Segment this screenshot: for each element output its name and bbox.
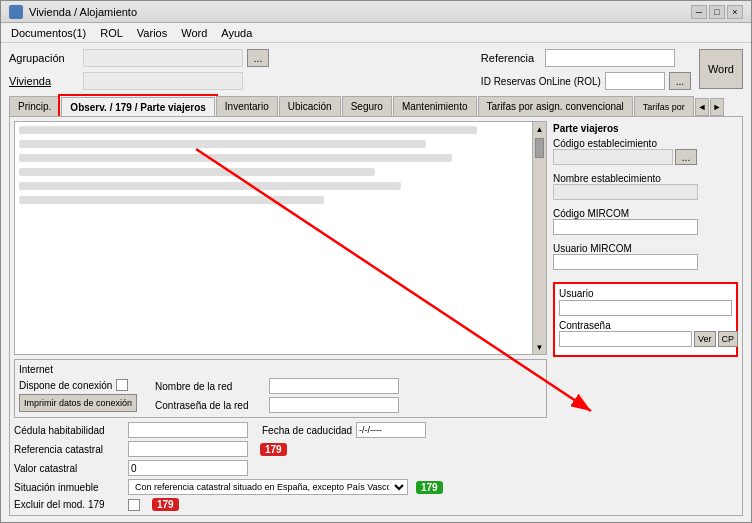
rol-input[interactable] (605, 72, 665, 90)
title-bar-left: Vivienda / Alojamiento (9, 5, 137, 19)
tab-tarifas[interactable]: Tarifas por (634, 96, 694, 116)
rol-label: ID Reservas OnLine (ROL) (481, 76, 601, 87)
usuario-field: Usuario (559, 288, 732, 316)
nombre-red-input[interactable] (269, 378, 399, 394)
tab-content: ▲ ▼ Internet Dispone de conexión (9, 116, 743, 516)
nombre-red-row: Nombre de la red (155, 378, 399, 394)
internet-row: Dispone de conexión Imprimir datos de co… (19, 378, 542, 413)
fecha-input[interactable]: -/-/---- (356, 422, 426, 438)
codigo-field: Código establecimiento ... (553, 138, 738, 165)
badge-179-ref: 179 (260, 443, 287, 456)
rol-dots-btn[interactable]: ... (669, 72, 691, 90)
usuario-mircom-input[interactable] (553, 254, 698, 270)
bottom-fields: Cédula habitabilidad Fecha de caducidad … (14, 422, 547, 511)
ver-btn[interactable]: Ver (694, 331, 716, 347)
excluir-checkbox[interactable] (128, 499, 140, 511)
vivienda-input[interactable] (83, 72, 243, 90)
main-window: Vivienda / Alojamiento ─ □ × Documentos(… (0, 0, 752, 523)
codigo-label: Código establecimiento (553, 138, 738, 149)
title-bar: Vivienda / Alojamiento ─ □ × (1, 1, 751, 23)
tab-seguro[interactable]: Seguro (342, 96, 392, 116)
ref-catastral-row: Referencia catastral 179 (14, 441, 547, 457)
referencia-row: Referencia (481, 49, 691, 67)
situacion-select[interactable]: Con referencia catastral situado en Espa… (128, 479, 408, 495)
tab-prev-btn[interactable]: ◄ (695, 98, 709, 116)
usuario-mircom-label: Usuario MIRCOM (553, 243, 738, 254)
menu-rol[interactable]: ROL (94, 26, 129, 40)
scroll-down-btn[interactable]: ▼ (533, 340, 546, 354)
codigo-input[interactable] (553, 149, 673, 165)
minimize-button[interactable]: ─ (691, 5, 707, 19)
agrupacion-label: Agrupación (9, 52, 79, 64)
internet-group-title: Internet (19, 364, 542, 375)
usuario-input[interactable] (559, 300, 732, 316)
ref-catastral-label: Referencia catastral (14, 444, 124, 455)
scroll-up-btn[interactable]: ▲ (533, 122, 546, 136)
menu-varios[interactable]: Varios (131, 26, 173, 40)
cedula-input[interactable] (128, 422, 248, 438)
valor-catastral-row: Valor catastral 0 (14, 460, 547, 476)
internet-group: Internet Dispone de conexión Imprimir da… (14, 359, 547, 418)
situacion-label: Situación inmueble (14, 482, 124, 493)
codigo-mircom-input[interactable] (553, 219, 698, 235)
cedula-row: Cédula habitabilidad Fecha de caducidad … (14, 422, 547, 438)
vivienda-row: Vivienda (9, 72, 461, 90)
notes-textarea[interactable]: ▲ ▼ (14, 121, 547, 355)
codigo-dots-btn[interactable]: ... (675, 149, 697, 165)
excluir-label: Excluir del mod. 179 (14, 499, 124, 510)
window-title: Vivienda / Alojamiento (29, 6, 137, 18)
badge-179-situacion: 179 (416, 481, 443, 494)
dispone-label: Dispone de conexión (19, 380, 112, 391)
codigo-mircom-field: Código MIRCOM (553, 208, 738, 235)
imprimir-btn[interactable]: Imprimir datos de conexión (19, 394, 137, 412)
agrupacion-row: Agrupación ... (9, 49, 461, 67)
menu-ayuda[interactable]: Ayuda (215, 26, 258, 40)
tabs-area: Princip. Observ. / 179 / Parte viajeros … (9, 96, 743, 516)
scrollbar-thumb[interactable] (535, 138, 544, 158)
contrasena-label: Contraseña (559, 320, 732, 331)
word-button[interactable]: Word (699, 49, 743, 89)
agrupacion-dots-btn[interactable]: ... (247, 49, 269, 67)
referencia-input[interactable] (545, 49, 675, 67)
tab-ubicacion[interactable]: Ubicación (279, 96, 341, 116)
dispone-checkbox[interactable] (116, 379, 128, 391)
ref-catastral-input[interactable] (128, 441, 248, 457)
tab-inventario[interactable]: Inventario (216, 96, 278, 116)
cp-btn[interactable]: CP (718, 331, 739, 347)
maximize-button[interactable]: □ (709, 5, 725, 19)
tab-next-btn[interactable]: ► (710, 98, 724, 116)
parte-viajeros-title: Parte viajeros (553, 123, 738, 134)
right-panel: Parte viajeros Código establecimiento ..… (553, 121, 738, 511)
codigo-input-row: ... (553, 149, 738, 165)
contrasena-field: Contraseña Ver CP (559, 320, 732, 347)
menu-word[interactable]: Word (175, 26, 213, 40)
cedula-label: Cédula habitabilidad (14, 425, 124, 436)
rol-row: ID Reservas OnLine (ROL) ... (481, 72, 691, 90)
app-icon (9, 5, 23, 19)
valor-catastral-label: Valor catastral (14, 463, 124, 474)
contrasena-row: Ver CP (559, 331, 732, 347)
fecha-caducidad-label: Fecha de caducidad (262, 425, 352, 436)
internet-col-left: Dispone de conexión Imprimir datos de co… (19, 379, 137, 412)
contrasena-red-row: Contraseña de la red (155, 397, 399, 413)
close-button[interactable]: × (727, 5, 743, 19)
vivienda-label: Vivienda (9, 75, 79, 87)
contrasena-red-input[interactable] (269, 397, 399, 413)
situacion-row: Situación inmueble Con referencia catast… (14, 479, 547, 495)
nombre-estab-input[interactable] (553, 184, 698, 200)
codigo-mircom-label: Código MIRCOM (553, 208, 738, 219)
menu-documentos[interactable]: Documentos(1) (5, 26, 92, 40)
contrasena-input[interactable] (559, 331, 692, 347)
nombre-red-label: Nombre de la red (155, 381, 265, 392)
title-bar-buttons: ─ □ × (691, 5, 743, 19)
agrupacion-input[interactable] (83, 49, 243, 67)
tab-observ[interactable]: Observ. / 179 / Parte viajeros (61, 97, 214, 117)
textarea-scrollbar[interactable]: ▲ ▼ (532, 122, 546, 354)
left-panel: ▲ ▼ Internet Dispone de conexión (14, 121, 547, 511)
tab-tarifas-conv[interactable]: Tarifas por asign. convencional (478, 96, 633, 116)
main-content: Agrupación ... Vivienda Referencia ID Re… (1, 43, 751, 522)
tab-mantenimiento[interactable]: Mantenimiento (393, 96, 477, 116)
tabs-header: Princip. Observ. / 179 / Parte viajeros … (9, 96, 743, 116)
valor-catastral-input[interactable]: 0 (128, 460, 248, 476)
tab-princip[interactable]: Princip. (9, 96, 60, 116)
